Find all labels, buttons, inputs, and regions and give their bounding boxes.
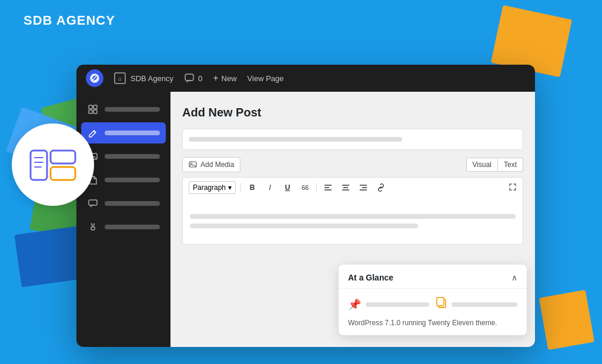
- editor-toolbar-row: Add Media Visual Text: [182, 157, 523, 172]
- link-icon: [377, 183, 385, 192]
- sidebar-item-dashboard[interactable]: [81, 99, 166, 120]
- sidebar-item-bar: [105, 201, 160, 206]
- wp-main: Add New Post Add Media Visual Text: [76, 92, 535, 347]
- comment-icon: [87, 198, 99, 209]
- align-center-button[interactable]: [339, 181, 352, 194]
- format-divider-2: [316, 183, 317, 192]
- text-tab[interactable]: Text: [498, 158, 523, 172]
- post-title-input[interactable]: [182, 129, 523, 150]
- sidebar-item-bar-active: [105, 131, 160, 135]
- svg-rect-10: [89, 110, 92, 113]
- comments-icon: [184, 73, 195, 84]
- editor-body[interactable]: [182, 198, 523, 245]
- italic-button[interactable]: I: [263, 181, 276, 194]
- at-glance-status-text: WordPress 7.1.0 running Twenty Eleven th…: [348, 319, 517, 327]
- align-right-button[interactable]: [357, 181, 370, 194]
- new-label: New: [222, 74, 237, 83]
- sidebar-item-bar: [105, 154, 160, 159]
- sidebar-item-bar: [105, 107, 160, 112]
- bg-shape-orange-2: [539, 290, 594, 350]
- expand-button[interactable]: [509, 183, 517, 193]
- add-media-button[interactable]: Add Media: [182, 157, 240, 172]
- page-title: Add New Post: [182, 106, 523, 119]
- plus-icon: +: [213, 73, 218, 84]
- admin-bar: ⌂ SDB Agency 0 + New View Page: [76, 65, 535, 92]
- copy-icon: [436, 297, 447, 312]
- house-icon: ⌂: [114, 72, 126, 84]
- content-bar-1: [190, 214, 516, 219]
- bold-button[interactable]: B: [246, 181, 259, 194]
- svg-rect-15: [91, 227, 95, 230]
- sidebar-item-pages[interactable]: [81, 169, 166, 191]
- at-glance-item-posts: 📌: [348, 298, 429, 311]
- paragraph-select[interactable]: Paragraph ▾: [189, 181, 236, 194]
- add-media-icon: [189, 161, 197, 169]
- visual-tab[interactable]: Visual: [466, 158, 498, 172]
- grid-icon: [87, 103, 99, 115]
- at-glance-row-1: 📌: [348, 297, 517, 312]
- edit-icon: [87, 127, 99, 139]
- plug-icon: [87, 221, 99, 233]
- content-bar-2: [190, 223, 418, 228]
- at-glance-bar-2: [452, 302, 517, 307]
- visual-text-tabs: Visual Text: [466, 158, 523, 172]
- at-glance-header: At a Glance ∧: [339, 265, 527, 289]
- formatting-bar: Paragraph ▾ B I U 66: [182, 177, 523, 198]
- sidebar-item-plugins[interactable]: [81, 216, 166, 238]
- svg-rect-2: [51, 167, 75, 180]
- wp-content: Add New Post Add Media Visual Text: [170, 92, 535, 347]
- wp-ui-wrapper: ⌂ SDB Agency 0 + New View Page: [76, 65, 535, 347]
- admin-bar-view-page[interactable]: View Page: [248, 74, 284, 83]
- agency-name: SDB AGENCY: [24, 13, 115, 28]
- svg-rect-8: [89, 105, 92, 109]
- at-glance-chevron-icon[interactable]: ∧: [511, 273, 517, 282]
- expand-icon: [509, 183, 517, 191]
- wp-logo[interactable]: [86, 69, 103, 87]
- at-glance-bar-1: [366, 302, 429, 307]
- site-name-label: SDB Agency: [131, 74, 173, 83]
- align-right-icon: [359, 184, 367, 191]
- svg-rect-9: [93, 105, 97, 109]
- link-button[interactable]: [374, 181, 387, 194]
- admin-bar-comments[interactable]: 0: [184, 73, 202, 84]
- at-glance-body: 📌 WordP: [339, 289, 527, 335]
- svg-rect-1: [51, 151, 75, 163]
- svg-rect-30: [437, 298, 444, 306]
- editor-content-bars: [190, 205, 516, 237]
- svg-rect-0: [31, 151, 47, 180]
- admin-bar-new[interactable]: + New: [213, 73, 236, 84]
- number-button[interactable]: 66: [299, 181, 312, 194]
- at-glance-title: At a Glance: [348, 273, 393, 282]
- sidebar-item-bar: [105, 178, 160, 182]
- at-glance-widget: At a Glance ∧ 📌: [339, 265, 527, 335]
- paragraph-label: Paragraph: [193, 183, 226, 192]
- comments-count: 0: [198, 74, 202, 83]
- svg-rect-7: [185, 74, 193, 81]
- at-glance-item-pages: [436, 297, 517, 312]
- title-input-placeholder: [189, 137, 402, 142]
- format-divider: [240, 183, 241, 192]
- sidebar-item-bar: [105, 225, 160, 229]
- admin-bar-site[interactable]: ⌂ SDB Agency: [114, 72, 173, 84]
- align-left-icon: [324, 184, 332, 191]
- svg-rect-14: [89, 200, 97, 205]
- svg-rect-11: [93, 110, 97, 113]
- wp-sidebar: [76, 92, 170, 347]
- sidebar-item-posts[interactable]: [81, 122, 166, 143]
- align-left-button[interactable]: [322, 181, 335, 194]
- align-center-icon: [342, 184, 350, 191]
- sidebar-item-comments[interactable]: [81, 193, 166, 214]
- copy-svg-icon: [436, 297, 447, 309]
- add-media-label: Add Media: [200, 161, 234, 169]
- ui-circle-icon: [12, 123, 94, 206]
- chevron-down-icon: ▾: [228, 183, 232, 192]
- thumbtack-icon: 📌: [348, 298, 361, 311]
- underline-button[interactable]: U: [281, 181, 294, 194]
